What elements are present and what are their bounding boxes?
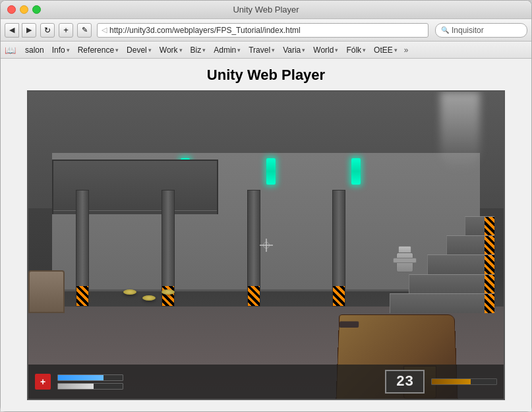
weapon-barrel: [340, 321, 359, 328]
title-bar: Unity Web Player: [1, 1, 531, 19]
minimize-button[interactable]: [20, 5, 28, 14]
health-bars: [57, 374, 123, 390]
chevron-down-icon: ▾: [115, 47, 119, 53]
health-bar: [57, 374, 123, 381]
stair-step-5: [465, 216, 494, 235]
bookmark-work[interactable]: Work ▾: [156, 44, 187, 56]
chevron-down-icon: ▾: [237, 47, 241, 53]
stair-step-3: [427, 254, 494, 274]
glow-panel-3: [351, 158, 361, 185]
ammo-reserve-bar: [431, 378, 497, 385]
game-viewport[interactable]: + 23: [27, 90, 505, 400]
bookmarks-more-button[interactable]: »: [401, 44, 411, 56]
bookmark-varia[interactable]: Varia ▾: [279, 44, 309, 56]
url-bar[interactable]: ◁ http://unity3d.com/webplayers/FPS_Tuto…: [97, 23, 429, 38]
hazard-stripe-1: [76, 286, 88, 306]
chevron-down-icon: ▾: [335, 47, 338, 53]
chevron-down-icon: ▾: [302, 47, 305, 53]
health-bar-fill: [58, 375, 103, 380]
close-button[interactable]: [7, 5, 16, 14]
pillar-4: [332, 190, 345, 307]
bookmark-devel[interactable]: Devel ▾: [123, 44, 156, 56]
armor-bar-fill: [58, 384, 94, 389]
bookmark-otee[interactable]: OtEE ▾: [370, 44, 401, 56]
game-scene: + 23: [28, 92, 504, 399]
ammo-reserve-fill: [432, 379, 471, 384]
bookmark-biz[interactable]: Biz ▾: [187, 44, 210, 56]
ammo-pickup-3: [162, 289, 175, 295]
hud: + 23: [28, 365, 504, 399]
bookmark-world[interactable]: World ▾: [309, 44, 342, 56]
chevron-down-icon: ▾: [394, 47, 398, 53]
search-icon: 🔍: [441, 26, 449, 34]
bookmark-info[interactable]: Info ▾: [48, 44, 74, 56]
forward-button[interactable]: ▶: [22, 23, 36, 38]
content-area: Unity Web Player: [1, 59, 531, 411]
armor-bar: [57, 383, 123, 390]
hazard-stripe-3: [248, 286, 260, 306]
enemy-robot: [392, 246, 418, 282]
chevron-down-icon: ▾: [67, 47, 70, 53]
back-button[interactable]: ◀: [5, 23, 19, 38]
chevron-down-icon: ▾: [363, 47, 366, 53]
new-tab-button[interactable]: +: [59, 23, 73, 38]
bookmark-reference[interactable]: Reference ▾: [74, 44, 123, 56]
maximize-button[interactable]: [32, 5, 41, 14]
crosshair: [260, 239, 273, 252]
bookmark-salon[interactable]: salon: [21, 44, 48, 56]
bookmark-folk[interactable]: Fólk ▾: [342, 44, 370, 56]
ammo-display: 23: [385, 370, 425, 394]
stair-step-4: [446, 235, 494, 254]
crosshair-circle: [263, 242, 270, 249]
bookmark-travel[interactable]: Travel ▾: [245, 44, 279, 56]
search-bar[interactable]: 🔍 Inquisitor: [435, 23, 527, 38]
bookmarks-bar: 📖 salon Info ▾ Reference ▾ Devel ▾ Work …: [1, 42, 531, 59]
ammo-pickup-2: [142, 295, 156, 301]
page-title: Unity Web Player: [207, 67, 325, 84]
health-icon: +: [35, 374, 51, 390]
chevron-down-icon: ▾: [272, 47, 275, 53]
pillar-3: [247, 190, 260, 307]
barrel: [28, 270, 65, 313]
url-icon: ◁: [102, 26, 107, 34]
window-title: Unity Web Player: [233, 5, 299, 15]
toolbar: ◀ ▶ ↻ + ✎ ◁ http://unity3d.com/webplayer…: [1, 19, 531, 42]
pillar-1: [76, 190, 89, 307]
browser-window: Unity Web Player ◀ ▶ ↻ + ✎ ◁ http://unit…: [0, 0, 532, 412]
glow-panel-2: [266, 158, 276, 185]
chevron-down-icon: ▾: [148, 47, 152, 53]
robot-arm: [393, 258, 417, 263]
chevron-down-icon: ▾: [202, 47, 206, 53]
bookmark-admin[interactable]: Admin ▾: [210, 44, 245, 56]
reload-button[interactable]: ↻: [40, 23, 55, 38]
chevron-down-icon: ▾: [179, 47, 183, 53]
smoke-effect: [440, 92, 480, 171]
traffic-lights: [7, 5, 41, 14]
stair-step-2: [409, 274, 494, 293]
edit-button[interactable]: ✎: [77, 23, 92, 38]
bookmarks-icon: 📖: [5, 45, 16, 55]
ammo-pickup-1: [123, 289, 136, 295]
